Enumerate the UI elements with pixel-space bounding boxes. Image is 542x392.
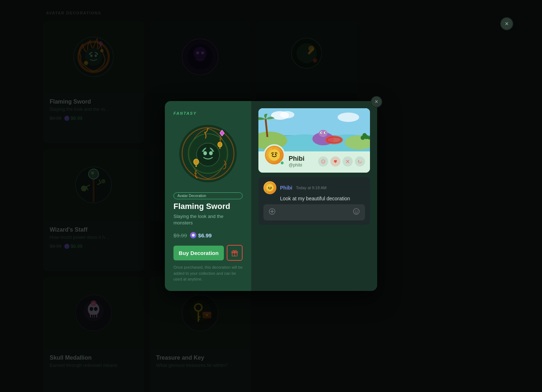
chat-input-area — [263, 204, 365, 220]
svg-point-70 — [280, 111, 294, 118]
svg-point-101 — [271, 187, 272, 188]
chat-message-text: Look at my beautiful decoration — [280, 196, 365, 201]
preview-user-area: Phibi @phibi — [258, 151, 370, 173]
nitro-pill-icon — [190, 232, 197, 238]
svg-point-90 — [268, 149, 280, 161]
svg-point-55 — [209, 151, 213, 155]
modal-footer-note: Once purchased, this decoration will be … — [173, 264, 243, 282]
chat-add-button[interactable] — [268, 208, 276, 217]
svg-point-100 — [268, 187, 270, 188]
chat-message-header: Phibi Today at 9:18 AM — [263, 181, 365, 194]
modal-price-area: $9.99 $6.99 — [173, 232, 243, 238]
gift-icon — [231, 249, 238, 256]
modal-item-name: Flaming Sword — [173, 202, 243, 211]
svg-point-53 — [197, 143, 220, 166]
svg-point-94 — [322, 161, 323, 161]
svg-point-95 — [324, 161, 324, 161]
chat-avatar — [263, 181, 276, 194]
modal-close-button[interactable]: × — [371, 96, 382, 108]
action-btn-4[interactable] — [355, 156, 365, 167]
x-icon — [345, 159, 350, 164]
preview-user-right: Phibi @phibi — [289, 155, 365, 168]
chat-username: Phibi — [280, 185, 292, 191]
svg-point-59 — [194, 159, 199, 165]
svg-point-71 — [338, 113, 359, 122]
svg-point-78 — [319, 130, 328, 137]
svg-point-81 — [321, 132, 322, 133]
close-icon: × — [375, 99, 378, 105]
badge-tag: Avatar Decoration — [173, 192, 243, 199]
modal-left-panel: FANTASY — [165, 101, 251, 291]
modal-item-description: Slaying the look and the monsters — [173, 213, 243, 226]
modal-nitro-price: $6.99 — [190, 232, 212, 238]
action-btn-2[interactable] — [330, 156, 340, 167]
modal-original-price: $9.99 — [173, 232, 187, 238]
react-icon — [321, 159, 326, 164]
gift-button[interactable] — [227, 245, 243, 261]
preview-handle: @phibi — [289, 163, 304, 168]
chat-emoji-button[interactable] — [353, 208, 360, 217]
svg-point-87 — [362, 133, 367, 137]
preview-avatar-wrapper — [263, 144, 285, 166]
svg-point-105 — [353, 209, 359, 214]
svg-point-54 — [203, 151, 207, 155]
preview-user-details: Phibi @phibi — [289, 155, 304, 168]
modal-discounted-price: $6.99 — [198, 232, 212, 238]
modal-backdrop: × FANTASY — [0, 0, 542, 392]
svg-point-106 — [355, 211, 356, 211]
svg-point-82 — [325, 132, 326, 133]
svg-point-107 — [357, 211, 357, 211]
preview-action-buttons — [318, 156, 365, 167]
action-btn-3[interactable] — [343, 156, 353, 167]
modal-right-panel: Phibi @phibi — [251, 101, 377, 291]
chat-timestamp: Today at 9:18 AM — [296, 186, 326, 190]
svg-rect-63 — [219, 147, 221, 149]
svg-point-92 — [275, 154, 276, 155]
fantasy-label: FANTASY — [173, 111, 243, 115]
chat-avatar-svg — [264, 182, 276, 193]
svg-point-61 — [195, 165, 197, 167]
status-indicator — [280, 161, 284, 165]
preview-username: Phibi — [289, 155, 304, 163]
action-btn-1[interactable] — [318, 156, 328, 167]
chat-message-area: Phibi Today at 9:18 AM Look at my beauti… — [258, 177, 370, 225]
nitro-inner-icon — [191, 233, 195, 237]
svg-point-91 — [272, 154, 274, 155]
decoration-modal: × FANTASY — [165, 101, 377, 291]
refresh-icon — [357, 159, 362, 164]
buy-button-row: Buy Decoration — [173, 245, 243, 261]
preview-profile-card: Phibi @phibi — [258, 108, 370, 173]
plus-icon — [268, 208, 276, 215]
svg-point-64 — [192, 234, 195, 237]
flaming-sword-modal-icon — [177, 123, 239, 184]
decoration-image-area — [176, 121, 240, 186]
heart-icon — [333, 159, 338, 164]
svg-point-99 — [266, 184, 274, 191]
emoji-icon — [353, 208, 360, 215]
buy-decoration-button[interactable]: Buy Decoration — [173, 246, 224, 260]
user-info-row: Phibi @phibi — [289, 155, 365, 168]
